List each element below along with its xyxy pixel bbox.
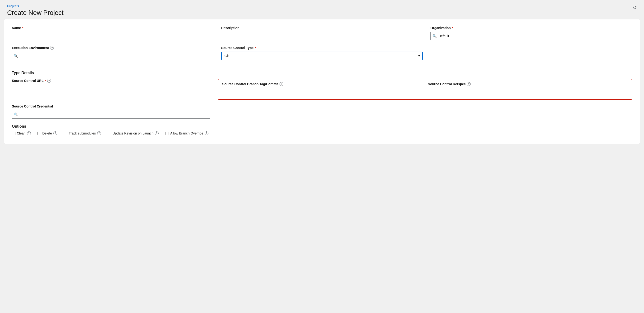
- row-credential: Source Control Credential 🔍: [12, 104, 632, 119]
- source-control-refspec-input[interactable]: [428, 88, 628, 96]
- source-control-branch-input[interactable]: [222, 88, 422, 96]
- type-details-title: Type Details: [12, 71, 632, 75]
- execution-env-search-wrapper[interactable]: 🔍: [12, 52, 214, 60]
- help-icon-scbranch[interactable]: ?: [280, 82, 283, 86]
- credential-search-wrapper[interactable]: 🔍: [12, 110, 210, 119]
- description-input[interactable]: [221, 32, 423, 40]
- checkbox-item-allow-branch-override[interactable]: Allow Branch Override ?: [165, 131, 208, 135]
- checkbox-clean[interactable]: [12, 132, 16, 135]
- checkbox-track-submodules-label: Track submodules: [69, 131, 96, 135]
- header-area: Projects Create New Project ↺: [0, 0, 644, 19]
- label-organization: Organization *: [430, 26, 632, 30]
- checkbox-delete[interactable]: [38, 132, 41, 135]
- help-icon-execenv[interactable]: ?: [50, 46, 54, 50]
- source-control-type-select[interactable]: Manual Git Subversion Red Hat Insights: [221, 52, 423, 60]
- help-icon-track-submodules[interactable]: ?: [97, 131, 101, 135]
- type-details-section: Type Details Source Control URL * ? Sour…: [12, 71, 632, 135]
- checkbox-item-clean[interactable]: Clean ?: [12, 131, 31, 135]
- group-name: Name *: [12, 26, 214, 40]
- page-title: Create New Project: [7, 9, 637, 16]
- group-source-control-refspec: Source Control Refspec ?: [428, 82, 628, 96]
- group-execution-env: Execution Environment ? 🔍: [12, 46, 214, 60]
- breadcrumb[interactable]: Projects: [7, 4, 637, 8]
- label-description: Description: [221, 26, 423, 30]
- group-source-control-branch: Source Control Branch/Tag/Commit ?: [222, 82, 422, 96]
- required-star-name: *: [22, 26, 23, 30]
- label-source-control-type: Source Control Type *: [221, 46, 423, 50]
- required-star-sctype: *: [255, 46, 256, 50]
- help-icon-delete[interactable]: ?: [53, 131, 57, 135]
- options-title: Options: [12, 124, 632, 129]
- execution-env-input[interactable]: [20, 54, 212, 58]
- checkbox-clean-label: Clean: [17, 131, 26, 135]
- help-icon-update-revision[interactable]: ?: [155, 131, 159, 135]
- highlighted-branch-refspec-group: Source Control Branch/Tag/Commit ? Sourc…: [218, 79, 632, 100]
- help-icon-scurl[interactable]: ?: [47, 79, 51, 83]
- source-control-type-wrapper: Manual Git Subversion Red Hat Insights ▼: [221, 52, 423, 60]
- row-name-desc-org: Name * Description Organization * 🔍: [12, 26, 632, 40]
- group-organization: Organization * 🔍: [430, 26, 632, 40]
- credential-input[interactable]: [20, 113, 208, 116]
- help-icon-allow-branch-override[interactable]: ?: [205, 131, 208, 135]
- label-execution-env: Execution Environment ?: [12, 46, 214, 50]
- checkbox-item-delete[interactable]: Delete ?: [38, 131, 57, 135]
- checkboxes-row: Clean ? Delete ? Track submodules ?: [12, 131, 632, 135]
- options-section: Options Clean ? Delete ? Track sub: [12, 124, 632, 135]
- checkbox-allow-branch-override[interactable]: [165, 132, 169, 135]
- required-star-scurl: *: [45, 79, 46, 83]
- label-source-control-credential: Source Control Credential: [12, 104, 210, 108]
- checkbox-delete-label: Delete: [42, 131, 52, 135]
- group-source-control-type: Source Control Type * Manual Git Subvers…: [221, 46, 423, 60]
- credential-search-icon: 🔍: [14, 113, 18, 116]
- execenv-search-icon: 🔍: [14, 54, 18, 58]
- checkbox-track-submodules[interactable]: [64, 132, 67, 135]
- url-row: Source Control URL * ? Source Control Br…: [12, 79, 632, 100]
- checkbox-update-revision-on-launch[interactable]: [108, 132, 111, 135]
- organization-input[interactable]: [438, 34, 630, 38]
- row-execenv-sctype: Execution Environment ? 🔍 Source Control…: [12, 46, 632, 60]
- checkbox-update-revision-label: Update Revision on Launch: [113, 131, 154, 135]
- group-description: Description: [221, 26, 423, 40]
- help-icon-screfspec[interactable]: ?: [467, 82, 471, 86]
- section-divider: [12, 66, 632, 66]
- group-source-control-credential: Source Control Credential 🔍: [12, 104, 210, 119]
- required-star-org: *: [452, 26, 453, 30]
- help-icon-clean[interactable]: ?: [27, 131, 31, 135]
- label-name: Name *: [12, 26, 214, 30]
- page-wrapper: Projects Create New Project ↺ Name * Des…: [0, 0, 644, 313]
- org-search-icon: 🔍: [432, 34, 436, 38]
- form-card: Name * Description Organization * 🔍: [4, 19, 640, 144]
- checkbox-item-track-submodules[interactable]: Track submodules ?: [64, 131, 101, 135]
- label-source-control-url: Source Control URL * ?: [12, 79, 210, 83]
- label-source-control-refspec: Source Control Refspec ?: [428, 82, 628, 86]
- source-control-url-input[interactable]: [12, 85, 210, 93]
- checkbox-allow-branch-override-label: Allow Branch Override: [170, 131, 203, 135]
- label-source-control-branch: Source Control Branch/Tag/Commit ?: [222, 82, 422, 86]
- group-source-control-url: Source Control URL * ?: [12, 79, 210, 93]
- name-input[interactable]: [12, 32, 214, 40]
- organization-search-wrapper[interactable]: 🔍: [430, 32, 632, 40]
- checkbox-item-update-revision[interactable]: Update Revision on Launch ?: [108, 131, 159, 135]
- history-icon[interactable]: ↺: [633, 5, 637, 10]
